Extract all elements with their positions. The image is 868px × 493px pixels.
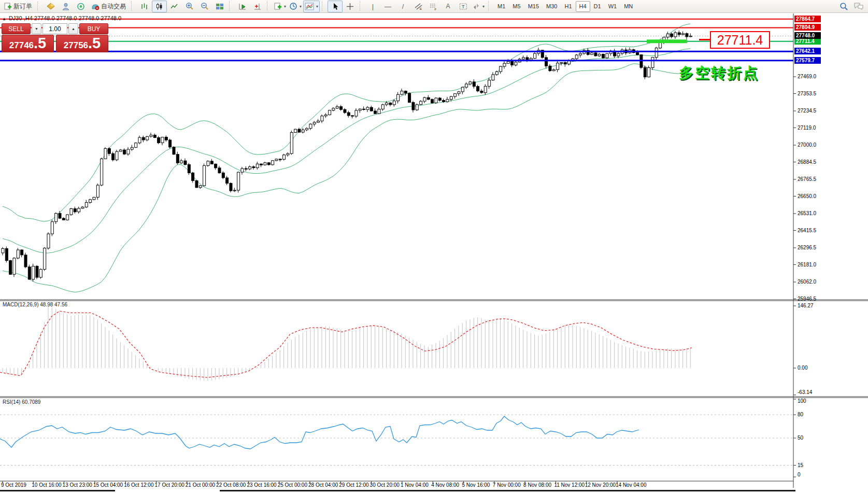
- candle-bear: [210, 161, 213, 164]
- candle-bear: [215, 164, 217, 168]
- axis-tick-label: 26296.5: [798, 245, 816, 250]
- price-chip: 27748.0: [794, 32, 821, 39]
- volume-input[interactable]: 1.00: [42, 23, 67, 34]
- candle-bull: [397, 94, 400, 101]
- candle-bull: [127, 149, 130, 154]
- candle-bear: [594, 53, 597, 56]
- candle-bear: [173, 147, 175, 154]
- time-tick-label: 1 Nov 04:00: [401, 482, 429, 488]
- candle-bull: [465, 84, 468, 87]
- chart-shift-marker-icon[interactable]: ▲: [2, 17, 6, 21]
- bollinger-lower: [3, 64, 690, 292]
- candle-bear: [226, 178, 229, 184]
- candle-bear: [195, 180, 198, 187]
- candle-bull: [674, 33, 677, 37]
- time-tick-label: 11 Nov 12:00: [554, 482, 585, 488]
- pivot-highlight-bar: [647, 39, 687, 43]
- candle-bull: [579, 53, 582, 55]
- axis-tick-label: 146.27: [798, 303, 814, 308]
- buy-button[interactable]: BUY: [79, 23, 108, 34]
- candle-bull: [557, 63, 559, 70]
- candle-bull: [44, 248, 46, 270]
- candle-bull: [272, 161, 274, 165]
- one-click-trading-panel: SELL ▼ 1.00 ▲ BUY 27746.5 27756.5: [2, 23, 108, 52]
- sell-price-button[interactable]: 27746.5: [2, 35, 54, 52]
- candle-bull: [534, 53, 536, 59]
- time-tick-label: 29 Oct 12:00: [339, 482, 368, 488]
- axis-tick-label: 100: [798, 398, 806, 404]
- time-tick-label: 9 Oct 2019: [1, 482, 26, 488]
- price-chip: 27579.7: [794, 57, 821, 64]
- candle-bull: [522, 58, 525, 59]
- candle-bull: [332, 108, 335, 110]
- candle-bear: [21, 250, 23, 255]
- candle-bear: [74, 209, 76, 212]
- volume-increase-button[interactable]: ▲: [68, 23, 78, 34]
- time-tick-label: 7 Nov 00:00: [493, 482, 521, 488]
- candle-bull: [233, 190, 236, 191]
- symbol-ohlc-text: DJ30 ,H4 27748.0 27748.0 27748.0 27748.0: [9, 15, 121, 21]
- candle-bull: [135, 143, 137, 148]
- candle-bull: [180, 161, 183, 163]
- candle-bull: [161, 137, 164, 143]
- candle-bull: [435, 98, 437, 103]
- price-annotation-box[interactable]: 27711.4: [710, 31, 770, 49]
- turning-point-annotation[interactable]: 多空转折点: [679, 63, 759, 83]
- candle-bull: [355, 110, 358, 116]
- candle-bull: [329, 110, 331, 115]
- candle-bull: [416, 105, 418, 110]
- candle-bull: [651, 58, 654, 68]
- candle-bear: [412, 103, 415, 110]
- candle-bull: [207, 161, 209, 166]
- candle-bull: [32, 266, 35, 279]
- candle-bull: [381, 105, 384, 109]
- candle-bear: [431, 100, 434, 103]
- candle-bear: [192, 173, 194, 180]
- candle-bull: [666, 34, 669, 37]
- candle-bull: [655, 48, 658, 58]
- candle-bear: [644, 67, 646, 77]
- candle-bear: [686, 34, 688, 37]
- candle-bull: [203, 166, 206, 186]
- candle-bull: [378, 109, 380, 114]
- candle-bear: [279, 159, 281, 160]
- candle-bull: [317, 121, 320, 122]
- candle-bear: [549, 66, 551, 71]
- candle-bull: [66, 215, 69, 220]
- candle-bear: [511, 62, 514, 65]
- rsi-label: RSI(14) 60.7089: [3, 399, 40, 405]
- candle-bull: [256, 164, 259, 167]
- buy-price-button[interactable]: 27756.5: [56, 35, 108, 52]
- bottom-frame-segment: [220, 490, 795, 491]
- sell-button[interactable]: SELL: [2, 23, 31, 34]
- candle-bear: [340, 107, 343, 110]
- candle-bull: [575, 55, 578, 59]
- candle-bull: [495, 72, 498, 75]
- time-tick-label: 17 Oct 20:00: [155, 482, 184, 488]
- candle-bull: [507, 62, 509, 64]
- candle-bull: [138, 137, 141, 143]
- candle-bull: [81, 207, 84, 208]
- candle-bull: [648, 67, 650, 77]
- axis-tick-label: 26650.0: [798, 193, 816, 199]
- macd-panel: [0, 306, 692, 381]
- candle-bear: [389, 103, 392, 104]
- candle-bull: [150, 135, 152, 136]
- axis-tick-label: 27353.5: [798, 91, 816, 96]
- candle-bull: [401, 91, 403, 95]
- candle-bull: [104, 148, 107, 159]
- candle-bull: [302, 130, 304, 132]
- candle-bull: [568, 61, 571, 64]
- candle-bull: [294, 129, 297, 132]
- candle-bull: [70, 209, 73, 215]
- candle-bear: [158, 137, 160, 143]
- volume-decrease-button[interactable]: ▼: [32, 23, 41, 34]
- candle-bull: [336, 107, 338, 108]
- axis-tick-label: 15: [798, 462, 803, 468]
- candle-bear: [218, 168, 221, 173]
- candle-bull: [78, 208, 80, 212]
- candle-bull: [55, 214, 58, 222]
- candle-bear: [374, 111, 377, 114]
- candle-bear: [473, 82, 475, 87]
- candle-bull: [359, 109, 361, 110]
